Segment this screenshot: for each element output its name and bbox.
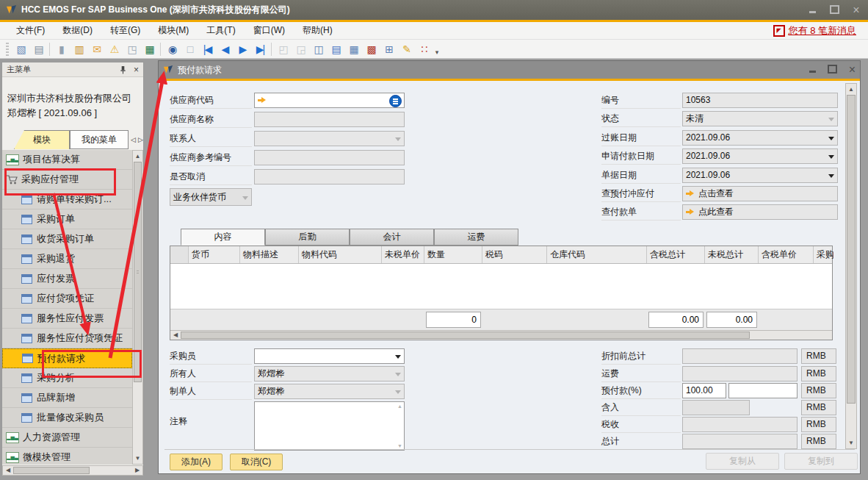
- scroll-left-icon[interactable]: ◀: [172, 331, 179, 339]
- bp-currency-combo[interactable]: 业务伙伴货币: [170, 188, 252, 206]
- sidebar-item-pr-to-po[interactable]: 请购单转采购订...: [2, 190, 132, 209]
- tab-my-menu[interactable]: 我的菜单: [70, 130, 129, 149]
- export-icon[interactable]: ◳: [123, 41, 140, 57]
- buyer-combo[interactable]: [254, 348, 405, 364]
- query-icon[interactable]: ⊞: [380, 41, 397, 57]
- report-icon[interactable]: ▩: [362, 41, 380, 57]
- col-header-selector[interactable]: [170, 246, 189, 263]
- total-field[interactable]: [682, 434, 798, 449]
- edit-icon[interactable]: ✎: [397, 41, 415, 57]
- supplier-ref-field[interactable]: [254, 150, 405, 165]
- sidebar-item-purchasing-ap[interactable]: 采购应付管理: [2, 170, 132, 190]
- page-setup-icon[interactable]: ▥: [70, 41, 87, 57]
- previous-record-icon[interactable]: ◀: [216, 41, 234, 57]
- posting-date-field[interactable]: 2021.09.06: [682, 130, 838, 146]
- find-icon[interactable]: ◉: [163, 41, 181, 57]
- excel-icon[interactable]: ▦: [140, 41, 158, 57]
- scroll-right-icon[interactable]: ▶: [134, 466, 141, 475]
- scroll-down-icon[interactable]: ▼: [397, 443, 402, 448]
- cancel-button[interactable]: 取消(C): [230, 454, 283, 470]
- col-header-tax-code[interactable]: 税码: [482, 246, 547, 263]
- col-header-gross-total[interactable]: 含税总计: [647, 246, 705, 263]
- warning-icon[interactable]: ⚠: [105, 41, 123, 57]
- first-record-icon[interactable]: |◀: [198, 41, 216, 57]
- view-prepay-offset-link[interactable]: 点击查看: [682, 186, 838, 201]
- tab-accounting[interactable]: 会计: [350, 229, 434, 246]
- sidebar-item-service-ap-invoice[interactable]: 服务性应付发票: [2, 309, 132, 329]
- menu-item-file[interactable]: 文件(F): [7, 22, 54, 39]
- gross-total-box[interactable]: 0.00: [648, 312, 704, 328]
- tab-freight[interactable]: 运费: [434, 229, 518, 246]
- sidebar-item-micro-module[interactable]: ▂▅▃ 微模块管理: [2, 448, 132, 465]
- window-vertical-scrollbar[interactable]: ▲ ▼: [845, 83, 857, 449]
- scrollbar-thumb[interactable]: [181, 332, 750, 339]
- net-total-box[interactable]: 0.00: [706, 312, 757, 328]
- sidebar-item-goods-receipt-po[interactable]: 收货采购订单: [2, 229, 132, 249]
- total-before-discount-field[interactable]: [682, 348, 798, 364]
- status-field[interactable]: 未清: [682, 111, 838, 126]
- app-maximize-button[interactable]: [828, 5, 840, 15]
- scroll-up-icon[interactable]: ▲: [133, 151, 142, 161]
- sidebar-close-icon[interactable]: ×: [134, 65, 139, 75]
- menu-item-tools[interactable]: 工具(T): [198, 22, 244, 39]
- undo-icon[interactable]: ◰: [274, 41, 292, 57]
- sidebar-item-purchase-return[interactable]: 采购退货: [2, 249, 132, 269]
- col-header-net-total[interactable]: 未税总计: [705, 246, 759, 263]
- tree-vertical-scrollbar[interactable]: ▲ ▼: [132, 150, 143, 465]
- menu-item-modules[interactable]: 模块(M): [149, 22, 198, 39]
- app-close-icon[interactable]: ×: [850, 5, 862, 15]
- form-settings-icon[interactable]: ◫: [309, 41, 327, 57]
- col-header-item-code[interactable]: 物料代码: [299, 246, 382, 263]
- toolbar-overflow-button[interactable]: ▾: [433, 40, 441, 58]
- link-arrow-icon[interactable]: [258, 97, 267, 104]
- scroll-down-icon[interactable]: ▼: [133, 454, 142, 463]
- prepay-percent-input[interactable]: 100.00: [682, 383, 726, 398]
- col-header-gross-price[interactable]: 含税单价: [759, 246, 814, 263]
- choose-from-list-icon[interactable]: [389, 95, 402, 107]
- new-document-icon[interactable]: □: [181, 41, 198, 57]
- col-header-buyer[interactable]: 采购: [814, 246, 833, 263]
- col-header-currency[interactable]: 货币: [189, 246, 240, 263]
- table-horizontal-scrollbar[interactable]: ◀: [170, 330, 832, 340]
- chevron-down-icon[interactable]: [828, 174, 834, 178]
- scroll-up-icon[interactable]: ▲: [846, 85, 856, 94]
- window-minimize-button[interactable]: [809, 65, 816, 74]
- remarks-textarea[interactable]: ▲ ▼: [254, 401, 405, 451]
- add-button[interactable]: 添加(A): [170, 454, 223, 470]
- payment-request-date-field[interactable]: 2021.09.06: [682, 148, 838, 164]
- menu-item-goto[interactable]: 转至(G): [101, 22, 149, 39]
- chevron-down-icon[interactable]: [828, 137, 834, 140]
- col-header-quantity[interactable]: 数量: [424, 246, 482, 263]
- scroll-down-icon[interactable]: ▼: [846, 438, 856, 448]
- col-header-unit-price[interactable]: 未税单价: [382, 246, 424, 263]
- sidebar-horizontal-scrollbar[interactable]: ◀ ▶: [2, 465, 143, 476]
- document-lines-icon[interactable]: ▤: [327, 41, 344, 57]
- app-minimize-button[interactable]: [806, 5, 818, 15]
- col-header-warehouse[interactable]: 仓库代码: [547, 246, 647, 263]
- table-body-empty[interactable]: [170, 264, 832, 309]
- next-record-icon[interactable]: ▶: [234, 41, 251, 57]
- prepay-amount-input[interactable]: [728, 383, 798, 398]
- supplier-code-field[interactable]: [254, 93, 405, 108]
- sidebar-item-batch-update-buyer[interactable]: 批量修改采购员: [2, 408, 132, 428]
- grid-icon[interactable]: ∷: [415, 41, 433, 57]
- device-icon[interactable]: ▮: [52, 41, 70, 57]
- pin-icon[interactable]: [120, 65, 126, 74]
- sidebar-item-purchase-order[interactable]: 采购订单: [2, 209, 132, 229]
- new-messages-link[interactable]: 您有 8 笔新消息: [789, 24, 856, 37]
- owner-field[interactable]: 郑熠桦: [254, 366, 405, 382]
- chevron-down-icon[interactable]: [395, 355, 401, 359]
- contact-person-field[interactable]: [254, 131, 405, 146]
- sidebar-item-brand-add[interactable]: 品牌新增: [2, 388, 132, 408]
- creator-field[interactable]: 郑熠桦: [254, 384, 405, 399]
- tab-content[interactable]: 内容: [181, 229, 265, 246]
- freight-field[interactable]: [682, 366, 798, 382]
- document-number-field[interactable]: 10563: [682, 93, 838, 108]
- sidebar-item-prepayment-request[interactable]: 预付款请求: [2, 348, 132, 368]
- scrollbar-thumb[interactable]: [847, 95, 856, 404]
- tab-scroll-left-icon[interactable]: ◁: [131, 136, 136, 143]
- scrollbar-thumb[interactable]: [134, 162, 142, 382]
- print-preview-icon[interactable]: ▧: [12, 41, 29, 57]
- last-record-icon[interactable]: ▶|: [251, 41, 269, 57]
- supplier-name-field[interactable]: [254, 112, 405, 127]
